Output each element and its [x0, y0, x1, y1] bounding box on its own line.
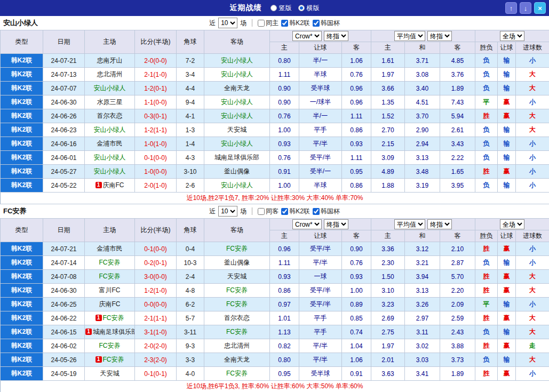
- odds-cell: 3.02: [405, 339, 440, 353]
- result-cell: 小: [516, 367, 549, 381]
- match-row: 韩K2联24-07-21金浦市民0-1(0-0)0-4FC安养0.96受平/半0…: [1, 242, 549, 256]
- odds-cell: 平/半: [299, 256, 342, 270]
- odds-source-select[interactable]: 终指: [427, 219, 452, 229]
- league-cell: 韩K2联: [1, 256, 43, 270]
- odds-source-select[interactable]: 平均值: [394, 219, 425, 229]
- odds-cell: 2.30: [371, 256, 405, 270]
- result-cell: 赢: [498, 311, 516, 325]
- match-row: 韩K2联24-06-221FC安养2-1(1-1)5-7首尔衣恋1.01平手0.…: [1, 311, 549, 325]
- odds-cell: 3.95: [440, 179, 475, 193]
- odds-cell: 4.51: [405, 95, 440, 109]
- close-icon[interactable]: ×: [534, 2, 546, 14]
- home-team-cell: 首尔衣恋: [85, 109, 135, 123]
- odds-source-select[interactable]: 全场: [500, 31, 524, 41]
- date-cell: 24-06-02: [43, 339, 85, 353]
- orientation-radio[interactable]: 横版: [298, 4, 320, 13]
- column-header: 让球: [498, 230, 516, 242]
- date-cell: 24-06-23: [43, 123, 85, 137]
- away-team-cell: 城南足球俱乐部: [204, 151, 270, 165]
- home-team-cell: FC安养: [85, 256, 135, 270]
- result-cell: 赢: [498, 284, 516, 298]
- date-cell: 24-06-30: [43, 95, 85, 109]
- odds-cell: 0.85: [342, 311, 371, 325]
- odds-cell: 1.06: [342, 353, 371, 367]
- away-team-cell: 釜山偶像: [204, 165, 270, 179]
- result-cell: 负: [475, 54, 498, 68]
- score-cell: 0-1(0-0): [135, 242, 177, 256]
- corner-cell: 1-3: [177, 123, 204, 137]
- odds-cell: 受平/半: [299, 151, 342, 165]
- odds-cell: 0.76: [342, 68, 371, 82]
- filter-checkbox[interactable]: 韩国杯: [313, 207, 340, 216]
- checkbox-icon[interactable]: [258, 208, 265, 215]
- league-cell: 韩K2联: [1, 353, 43, 367]
- red-card-badge: 1: [85, 329, 92, 335]
- odds-cell: 1.11: [270, 256, 299, 270]
- league-cell: 韩K2联: [1, 165, 43, 179]
- result-cell: 负: [475, 256, 498, 270]
- result-cell: 输: [498, 137, 516, 151]
- checkbox-icon[interactable]: [281, 208, 288, 215]
- odds-source-select[interactable]: 终指: [324, 31, 348, 41]
- match-row: 韩K2联24-06-25庆南FC0-0(0-0)6-2FC安养0.97受平/半0…: [1, 298, 549, 311]
- away-team-cell: 天安城: [204, 123, 270, 137]
- topbar: 近期战绩 竖版横版 ↑ ↓ ×: [0, 0, 549, 16]
- odds-cell: 3.21: [405, 256, 440, 270]
- column-header: 主场: [85, 219, 135, 242]
- column-header: 主: [270, 230, 299, 242]
- move-down-button[interactable]: ↓: [520, 2, 531, 14]
- match-row: 韩K2联24-06-30水原三星1-1(0-0)9-4安山小绿人0.90一/球半…: [1, 95, 549, 109]
- move-up-button[interactable]: ↑: [505, 2, 517, 14]
- odds-source-select[interactable]: 终指: [324, 219, 348, 229]
- match-row: 韩K2联24-07-08FC安养3-0(0-0)2-4天安城0.93一球0.93…: [1, 270, 549, 284]
- checkbox-icon[interactable]: [313, 208, 320, 215]
- result-cell: 输: [498, 179, 516, 193]
- checkbox-icon[interactable]: [313, 20, 320, 27]
- filter-checkbox[interactable]: 韩国杯: [313, 19, 340, 28]
- odds-source-select[interactable]: 平均值: [394, 31, 425, 41]
- score-cell: 2-0(1-0): [135, 179, 177, 193]
- league-cell: 韩K2联: [1, 95, 43, 109]
- odds-cell: 3.26: [405, 298, 440, 311]
- odds-cell: 2.09: [440, 298, 475, 311]
- filter-checkbox[interactable]: 同主: [258, 19, 279, 28]
- odds-cell: 2.43: [440, 325, 475, 339]
- filter-checkbox[interactable]: 同客: [258, 207, 279, 216]
- checkbox-icon[interactable]: [281, 20, 288, 27]
- match-row: 韩K2联24-07-07安山小绿人1-2(0-1)4-4全南天龙0.90受半球0…: [1, 82, 549, 95]
- radio-label: 横版: [307, 4, 320, 13]
- date-cell: 24-05-19: [43, 367, 85, 381]
- filter-checkbox[interactable]: 韩K2联: [281, 19, 310, 28]
- odds-source-select[interactable]: Crow*: [292, 219, 322, 229]
- filter-checkbox[interactable]: 韩K2联: [281, 207, 310, 216]
- away-team-cell: 安山小绿人: [204, 68, 270, 82]
- score-cell: 0-3(0-1): [135, 109, 177, 123]
- home-team-cell: 忠北清州: [85, 68, 135, 82]
- result-cell: 输: [498, 353, 516, 367]
- rounds-select[interactable]: 10: [218, 18, 237, 28]
- column-header: 客: [342, 230, 371, 242]
- odds-cell: 0.82: [270, 339, 299, 353]
- result-cell: 大: [516, 325, 549, 339]
- rounds-select[interactable]: 10: [218, 206, 237, 217]
- page-title: 近期战绩: [230, 3, 262, 13]
- date-cell: 24-07-13: [43, 68, 85, 82]
- result-cell: 胜: [475, 165, 498, 179]
- odds-source-select[interactable]: 终指: [427, 31, 452, 41]
- checkbox-icon[interactable]: [258, 20, 265, 27]
- home-team-cell: 1庆南FC: [85, 179, 135, 193]
- result-cell: 小: [516, 95, 549, 109]
- column-header: 让球: [299, 42, 342, 54]
- odds-cell: 0.86: [342, 123, 371, 137]
- odds-source-select[interactable]: Crow*: [292, 31, 322, 41]
- home-team-cell: 水原三星: [85, 95, 135, 109]
- orientation-radio[interactable]: 竖版: [270, 4, 292, 13]
- radio-label: 竖版: [279, 4, 292, 13]
- column-header: 让球: [498, 42, 516, 54]
- odds-cell: 半球: [299, 68, 342, 82]
- score-cell: 1-0(0-0): [135, 165, 177, 179]
- result-cell: 胜: [475, 284, 498, 298]
- odds-cell: 3.23: [371, 298, 405, 311]
- odds-cell: 2.22: [440, 151, 475, 165]
- odds-source-select[interactable]: 全场: [500, 219, 524, 229]
